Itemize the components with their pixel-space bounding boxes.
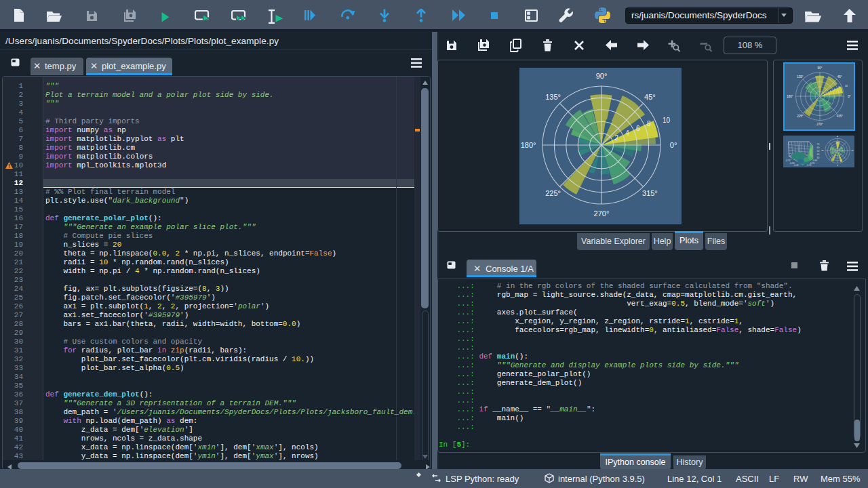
svg-text:-0.69: -0.69 bbox=[812, 159, 818, 162]
svg-text:45°: 45° bbox=[644, 93, 656, 101]
svg-text:10: 10 bbox=[663, 117, 671, 124]
svg-text:60: 60 bbox=[817, 146, 820, 149]
svg-text:-0.70: -0.70 bbox=[810, 162, 815, 165]
svg-text:6: 6 bbox=[636, 125, 640, 132]
svg-text:270°: 270° bbox=[594, 209, 610, 218]
svg-text:315°: 315° bbox=[836, 115, 843, 118]
svg-text:45°: 45° bbox=[837, 75, 842, 79]
svg-text:90°: 90° bbox=[596, 72, 608, 80]
svg-text:2: 2 bbox=[614, 134, 618, 142]
svg-text:50: 50 bbox=[817, 150, 820, 152]
svg-text:6: 6 bbox=[834, 88, 835, 91]
svg-text:2: 2 bbox=[825, 92, 827, 95]
svg-text:180°: 180° bbox=[521, 141, 536, 149]
svg-text:225°: 225° bbox=[545, 189, 561, 197]
svg-text:0°: 0° bbox=[670, 141, 677, 149]
svg-text:-0.49: -0.49 bbox=[793, 164, 799, 167]
svg-text:40: 40 bbox=[817, 153, 820, 156]
svg-text:90°: 90° bbox=[818, 66, 823, 70]
svg-text:270°: 270° bbox=[816, 123, 823, 126]
svg-text:0°: 0° bbox=[848, 95, 851, 98]
svg-text:135°: 135° bbox=[545, 93, 561, 101]
svg-text:70: 70 bbox=[817, 143, 820, 146]
svg-text:8: 8 bbox=[647, 120, 651, 127]
svg-text:180°: 180° bbox=[787, 95, 793, 98]
svg-text:315°: 315° bbox=[642, 189, 658, 197]
svg-text:225°: 225° bbox=[797, 115, 804, 118]
svg-text:4: 4 bbox=[625, 129, 629, 137]
svg-text:8: 8 bbox=[838, 86, 840, 89]
svg-text:4: 4 bbox=[830, 90, 831, 93]
svg-text:135°: 135° bbox=[797, 75, 804, 79]
svg-text:-0.71: -0.71 bbox=[806, 164, 812, 167]
svg-text:10: 10 bbox=[845, 85, 848, 87]
